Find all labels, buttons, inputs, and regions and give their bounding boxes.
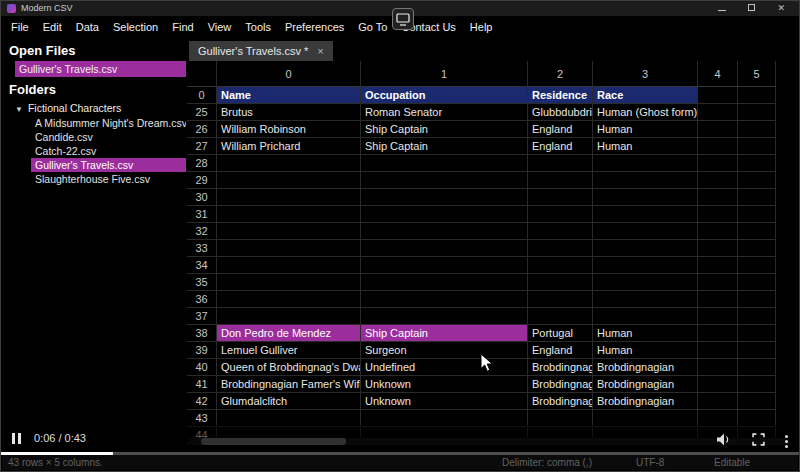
cell-26-4[interactable] — [698, 121, 738, 138]
row-header-42[interactable]: 42 — [187, 393, 217, 410]
cell-39-4[interactable] — [698, 342, 738, 359]
cell-32-5[interactable] — [738, 223, 776, 240]
cell-41-2[interactable]: Brobdingnag — [528, 376, 593, 393]
cell-33-0[interactable] — [217, 240, 361, 257]
cell-25-0[interactable]: Brutus — [217, 104, 361, 121]
row-header-32[interactable]: 32 — [187, 223, 217, 240]
cell-26-2[interactable]: England — [528, 121, 593, 138]
cell-34-0[interactable] — [217, 257, 361, 274]
cell-37-2[interactable] — [528, 308, 593, 325]
cell-40-4[interactable] — [698, 359, 738, 376]
row-header-0[interactable]: 0 — [187, 87, 217, 104]
cell-33-5[interactable] — [738, 240, 776, 257]
menu-view[interactable]: View — [201, 16, 239, 38]
cell-29-5[interactable] — [738, 172, 776, 189]
row-header-41[interactable]: 41 — [187, 376, 217, 393]
cell-31-3[interactable] — [593, 206, 698, 223]
cell-30-1[interactable] — [361, 189, 528, 206]
cell-29-4[interactable] — [698, 172, 738, 189]
cell-28-2[interactable] — [528, 155, 593, 172]
cell-32-1[interactable] — [361, 223, 528, 240]
fullscreen-icon[interactable] — [752, 432, 765, 450]
cell-31-2[interactable] — [528, 206, 593, 223]
cell-30-2[interactable] — [528, 189, 593, 206]
row-header-30[interactable]: 30 — [187, 189, 217, 206]
tree-item[interactable]: Slaughterhouse Five.csv — [1, 172, 186, 186]
row-header-36[interactable]: 36 — [187, 291, 217, 308]
cell-34-2[interactable] — [528, 257, 593, 274]
cell-29-0[interactable] — [217, 172, 361, 189]
cell-32-2[interactable] — [528, 223, 593, 240]
expand-arrow-icon[interactable]: ▼ — [15, 105, 23, 114]
close-button[interactable]: ✕ — [777, 1, 785, 16]
cell-39-2[interactable]: England — [528, 342, 593, 359]
cell-28-5[interactable] — [738, 155, 776, 172]
cell-40-0[interactable]: Queen of Brobdingnag's Dwarf — [217, 359, 361, 376]
cell-34-4[interactable] — [698, 257, 738, 274]
menu-find[interactable]: Find — [165, 16, 200, 38]
cell-27-0[interactable]: William Prichard — [217, 138, 361, 155]
cell-30-5[interactable] — [738, 189, 776, 206]
row-header-27[interactable]: 27 — [187, 138, 217, 155]
cell-38-3[interactable]: Human — [593, 325, 698, 342]
column-header-3[interactable]: 3 — [593, 61, 698, 87]
cell-38-2[interactable]: Portugal — [528, 325, 593, 342]
row-header-37[interactable]: 37 — [187, 308, 217, 325]
cell-37-4[interactable] — [698, 308, 738, 325]
cell-25-4[interactable] — [698, 104, 738, 121]
cell-42-2[interactable]: Brobdingnag — [528, 393, 593, 410]
cell-29-1[interactable] — [361, 172, 528, 189]
cell-35-3[interactable] — [593, 274, 698, 291]
row-header-25[interactable]: 25 — [187, 104, 217, 121]
cell-38-4[interactable] — [698, 325, 738, 342]
cell-35-1[interactable] — [361, 274, 528, 291]
menu-file[interactable]: File — [4, 16, 36, 38]
kebab-menu-icon[interactable] — [785, 435, 788, 448]
cell-39-1[interactable]: Surgeon — [361, 342, 528, 359]
tree-item[interactable]: Gulliver's Travels.csv — [31, 158, 186, 172]
tree-item[interactable]: Catch-22.csv — [1, 144, 186, 158]
cell-39-5[interactable] — [738, 342, 776, 359]
cell-41-5[interactable] — [738, 376, 776, 393]
cell-42-1[interactable]: Unknown — [361, 393, 528, 410]
cell-0-1[interactable]: Occupation — [361, 87, 528, 104]
grid-corner-cell[interactable] — [187, 61, 217, 87]
cell-30-4[interactable] — [698, 189, 738, 206]
cell-36-3[interactable] — [593, 291, 698, 308]
cell-32-4[interactable] — [698, 223, 738, 240]
cell-25-3[interactable]: Human (Ghost form) — [593, 104, 698, 121]
tab-close-icon[interactable]: × — [317, 45, 323, 57]
maximize-button[interactable] — [748, 1, 755, 16]
menu-edit[interactable]: Edit — [36, 16, 69, 38]
cell-0-5[interactable] — [738, 87, 776, 104]
cell-28-1[interactable] — [361, 155, 528, 172]
cell-29-3[interactable] — [593, 172, 698, 189]
cell-36-1[interactable] — [361, 291, 528, 308]
cell-40-3[interactable]: Brobdingnagian — [593, 359, 698, 376]
menu-tools[interactable]: Tools — [238, 16, 278, 38]
cell-37-0[interactable] — [217, 308, 361, 325]
cell-30-3[interactable] — [593, 189, 698, 206]
cell-40-2[interactable]: Brobdingnag — [528, 359, 593, 376]
cell-32-3[interactable] — [593, 223, 698, 240]
menu-help[interactable]: Help — [463, 16, 500, 38]
cell-33-3[interactable] — [593, 240, 698, 257]
open-file-item[interactable]: Gulliver's Travels.csv — [15, 61, 186, 77]
cell-26-5[interactable] — [738, 121, 776, 138]
cell-31-5[interactable] — [738, 206, 776, 223]
cell-28-3[interactable] — [593, 155, 698, 172]
cell-34-3[interactable] — [593, 257, 698, 274]
column-header-2[interactable]: 2 — [528, 61, 593, 87]
cell-0-4[interactable] — [698, 87, 738, 104]
cell-37-3[interactable] — [593, 308, 698, 325]
column-header-4[interactable]: 4 — [698, 61, 738, 87]
cell-26-0[interactable]: William Robinson — [217, 121, 361, 138]
column-header-0[interactable]: 0 — [217, 61, 361, 87]
pause-button[interactable] — [12, 433, 21, 444]
cell-29-2[interactable] — [528, 172, 593, 189]
tree-item[interactable]: Candide.csv — [1, 130, 186, 144]
menu-go-to[interactable]: Go To — [351, 16, 394, 38]
cell-35-2[interactable] — [528, 274, 593, 291]
video-progress-bar[interactable] — [1, 452, 799, 455]
cell-27-5[interactable] — [738, 138, 776, 155]
